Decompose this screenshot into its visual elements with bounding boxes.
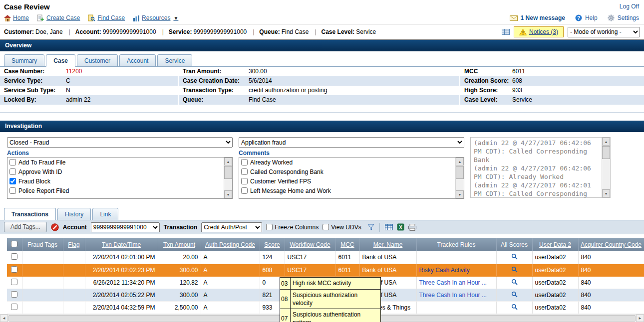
scroll-right-icon[interactable]: ► <box>636 315 644 322</box>
scroll-down-icon[interactable]: ▼ <box>456 190 464 198</box>
transaction-row[interactable]: 2/20/2014 02:02:23 PM300.00A608USC176011… <box>7 264 644 276</box>
tab-case[interactable]: Case <box>46 54 75 67</box>
account-select[interactable]: 9999999999991000 <box>91 222 160 232</box>
scroll-up-icon[interactable]: ▲ <box>456 158 464 165</box>
column-header-workflow_code[interactable]: Workflow Code <box>285 238 335 251</box>
column-header-label[interactable]: MCC <box>340 241 354 248</box>
checkbox-item[interactable]: Left Message Home and Work <box>239 186 455 195</box>
select-all-checkbox[interactable] <box>11 241 17 247</box>
scrollbar-thumb[interactable] <box>602 146 610 159</box>
scroll-down-icon[interactable]: ▼ <box>602 189 610 197</box>
table-view-icon[interactable] <box>385 224 393 230</box>
tracked-rule-link[interactable]: Risky Cash Activity <box>419 267 470 274</box>
checkbox-item[interactable]: Add To Fraud File <box>7 158 224 167</box>
transaction-row[interactable]: 2/20/2014 02:01:00 PM20.00A124USC176011B… <box>7 251 644 264</box>
scroll-down-icon[interactable]: ▼ <box>224 190 232 198</box>
row-checkbox[interactable] <box>11 266 17 273</box>
tab-transactions[interactable]: Transactions <box>4 208 56 220</box>
column-header-label[interactable]: User Data 2 <box>539 241 571 248</box>
row-checkbox[interactable] <box>11 304 17 310</box>
checkbox-item[interactable]: Approve With ID <box>7 167 224 176</box>
checkbox-item[interactable]: Fraud Block <box>7 176 224 186</box>
field-value: admin 22 <box>65 95 90 105</box>
all-scores-search-icon[interactable] <box>511 266 518 273</box>
row-checkbox[interactable] <box>11 253 17 260</box>
freeze-columns-toggle[interactable]: Freeze Columns <box>266 224 319 231</box>
comments-scrollbar[interactable]: ▲ ▼ <box>455 158 464 198</box>
column-header-txn_datetime[interactable]: Txn Date/Time <box>85 238 158 251</box>
tracked-rule-link[interactable]: Three Cash In an Hour ... <box>419 279 487 286</box>
fraud-type-select[interactable]: Application fraud <box>239 137 464 148</box>
grid-icon[interactable] <box>502 29 510 35</box>
case-status-select[interactable]: Closed - Fraud <box>7 137 233 148</box>
column-header-score[interactable]: Score <box>260 238 285 251</box>
column-header-mcc[interactable]: MCC <box>335 238 359 251</box>
scrollbar-thumb[interactable] <box>224 166 232 179</box>
all-scores-search-icon[interactable] <box>511 279 518 285</box>
checkbox-item[interactable]: Police Report Filed <box>7 186 224 195</box>
block-icon[interactable] <box>51 223 59 231</box>
nav-resources[interactable]: Resources ▼ <box>133 14 178 21</box>
column-header-label[interactable]: Flag <box>68 241 79 248</box>
column-header-flag[interactable]: Flag <box>63 238 85 251</box>
row-checkbox[interactable] <box>11 291 17 298</box>
nav-home[interactable]: Home <box>4 14 29 21</box>
filter-icon[interactable] <box>367 224 374 230</box>
new-message-link[interactable]: 1 New message <box>521 14 565 21</box>
tab-service[interactable]: Service <box>157 54 192 67</box>
checkbox-item[interactable]: Customer Verified FPS <box>239 176 455 186</box>
tab-history[interactable]: History <box>57 208 91 220</box>
notices-button[interactable]: Notices (3) <box>514 26 564 37</box>
checkbox-item[interactable]: Called Corresponding Bank <box>239 167 455 176</box>
help-link[interactable]: Help <box>585 14 598 21</box>
item-checkbox[interactable] <box>241 178 248 184</box>
all-scores-search-icon[interactable] <box>511 253 518 260</box>
checkbox-item[interactable]: Already Worked <box>239 158 455 167</box>
column-header-label[interactable]: Mer. Name <box>373 241 403 248</box>
nav-create-case[interactable]: Create Case <box>37 14 80 21</box>
scroll-up-icon[interactable]: ▲ <box>602 138 610 146</box>
item-checkbox[interactable] <box>9 178 16 184</box>
tab-customer[interactable]: Customer <box>77 54 118 67</box>
item-checkbox[interactable] <box>9 187 16 194</box>
item-checkbox[interactable] <box>9 168 16 175</box>
actions-scrollbar[interactable]: ▲ ▼ <box>224 158 232 198</box>
scroll-left-icon[interactable]: ◄ <box>0 315 8 322</box>
tracked-rule-link[interactable]: Three Cash In an Hour ... <box>419 292 487 299</box>
mode-of-working-select[interactable]: - Mode of working - <box>568 27 640 37</box>
column-header-label[interactable]: Score <box>264 241 280 248</box>
column-header-label[interactable]: Acquirer Country Code <box>581 241 642 248</box>
column-header-mer_name[interactable]: Mer. Name <box>359 238 416 251</box>
tab-account[interactable]: Account <box>119 54 156 67</box>
tab-link[interactable]: Link <box>92 208 118 220</box>
scrollbar-thumb[interactable] <box>456 166 464 179</box>
scroll-up-icon[interactable]: ▲ <box>224 158 232 165</box>
all-scores-search-icon[interactable] <box>511 291 518 298</box>
all-scores-search-icon[interactable] <box>511 304 518 310</box>
print-icon[interactable] <box>408 224 416 231</box>
column-header-txn_amount[interactable]: Txn Amount <box>158 238 201 251</box>
column-header-label[interactable]: Txn Date/Time <box>102 241 141 248</box>
transaction-select[interactable]: Credit Auth/Post <box>201 222 262 232</box>
item-checkbox[interactable] <box>241 187 248 194</box>
column-header-label[interactable]: Txn Amount <box>163 241 195 248</box>
nav-find-case[interactable]: Find Case <box>88 14 125 21</box>
view-udvs-toggle[interactable]: View UDVs <box>322 224 361 231</box>
view-udvs-checkbox[interactable] <box>322 224 329 230</box>
freeze-columns-checkbox[interactable] <box>266 224 273 230</box>
item-checkbox[interactable] <box>241 159 248 165</box>
column-header-acquirer_country[interactable]: Acquirer Country Code <box>578 238 644 251</box>
column-header-label[interactable]: Workflow Code <box>290 241 330 248</box>
column-header-label[interactable]: Auth Posting Code <box>205 241 255 248</box>
column-header-user_data2[interactable]: User Data 2 <box>532 238 578 251</box>
settings-link[interactable]: Settings <box>618 14 639 21</box>
item-checkbox[interactable] <box>241 168 248 175</box>
excel-export-icon[interactable]: X <box>397 223 404 231</box>
log-scrollbar[interactable]: ▲ ▼ <box>602 138 610 197</box>
logoff-link[interactable]: Log Off <box>620 3 639 10</box>
item-checkbox[interactable] <box>9 159 16 165</box>
add-tags-button[interactable]: Add Tags... <box>4 222 47 232</box>
row-checkbox[interactable] <box>11 279 17 285</box>
tab-summary[interactable]: Summary <box>4 54 44 67</box>
column-header-auth_code[interactable]: Auth Posting Code <box>201 238 260 251</box>
